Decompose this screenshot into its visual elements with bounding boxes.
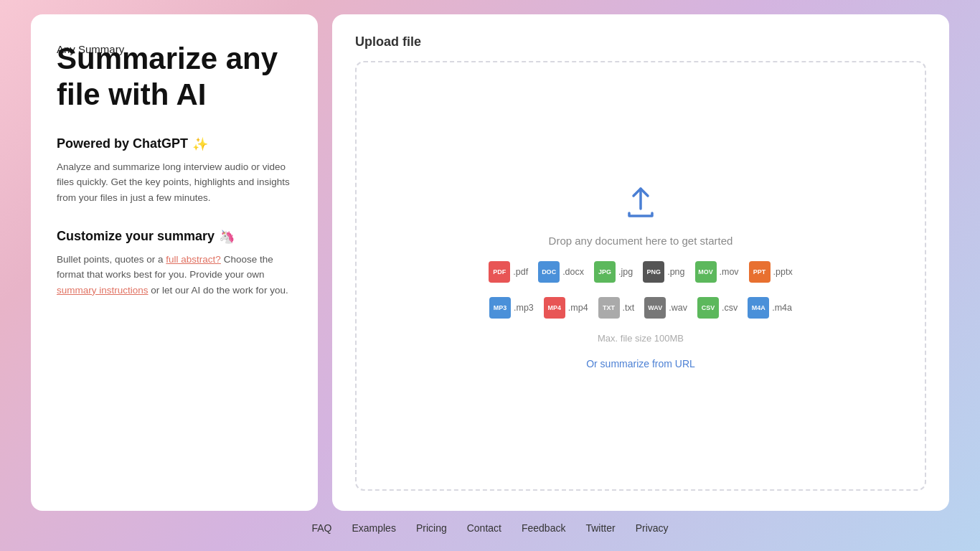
feature-customize-desc: Bullet points, quotes or a full abstract…	[57, 252, 292, 298]
file-type-docx: DOC .docx	[538, 261, 584, 283]
upload-icon	[622, 183, 659, 220]
mp3-icon: MP3	[489, 297, 511, 319]
footer-link-faq[interactable]: FAQ	[311, 522, 331, 534]
m4a-icon: M4A	[748, 297, 769, 319]
csv-icon: CSV	[697, 297, 719, 319]
feature-chatgpt-heading: Powered by ChatGPT ✨	[57, 136, 292, 152]
feature-customize-heading-text: Customize your summary	[57, 229, 215, 244]
feature-chatgpt-heading-text: Powered by ChatGPT	[57, 136, 188, 151]
m4a-ext: .m4a	[772, 303, 792, 313]
pptx-ext: .pptx	[773, 267, 793, 277]
unicorn-icon: 🦄	[219, 229, 235, 245]
file-type-jpg: JPG .jpg	[594, 261, 633, 283]
file-type-m4a: M4A .m4a	[748, 297, 792, 319]
jpg-icon: JPG	[594, 261, 616, 283]
feature-customize: Customize your summary 🦄 Bullet points, …	[57, 229, 292, 298]
url-summarize-link[interactable]: Or summarize from URL	[586, 358, 695, 369]
mp4-icon: MP4	[544, 297, 565, 319]
file-type-png: PNG .png	[643, 261, 684, 283]
drop-text: Drop any document here to get started	[549, 235, 733, 247]
docx-icon: DOC	[538, 261, 560, 283]
pptx-icon: PPT	[749, 261, 771, 283]
file-type-mp3: MP3 .mp3	[489, 297, 534, 319]
main-title: Summarize any file with AI	[57, 41, 292, 113]
max-file-size: Max. file size 100MB	[598, 333, 684, 344]
file-type-txt: TXT .txt	[598, 297, 635, 319]
docx-ext: .docx	[562, 267, 584, 277]
sparkle-icon: ✨	[192, 136, 208, 152]
summary-instructions-link[interactable]: summary instructions	[57, 285, 149, 296]
footer: FAQExamplesPricingContactFeedbackTwitter…	[311, 511, 668, 537]
left-panel: Any Summary Summarize any file with AI P…	[31, 14, 318, 511]
file-type-csv: CSV .csv	[697, 297, 738, 319]
upload-title: Upload file	[355, 34, 926, 50]
full-abstract-link[interactable]: full abstract?	[166, 254, 221, 265]
main-container: Any Summary Summarize any file with AI P…	[31, 14, 949, 511]
file-types-row-1: PDF .pdf DOC .docx JPG .jpg PNG .png MOV	[489, 261, 792, 283]
footer-link-examples[interactable]: Examples	[352, 522, 395, 534]
footer-link-twitter[interactable]: Twitter	[585, 522, 615, 534]
file-type-pdf: PDF .pdf	[489, 261, 528, 283]
footer-link-privacy[interactable]: Privacy	[636, 522, 669, 534]
file-type-mov: MOV .mov	[695, 261, 739, 283]
footer-link-pricing[interactable]: Pricing	[416, 522, 447, 534]
wav-icon: WAV	[644, 297, 666, 319]
footer-link-contact[interactable]: Contact	[467, 522, 501, 534]
footer-link-feedback[interactable]: Feedback	[522, 522, 565, 534]
file-type-pptx: PPT .pptx	[749, 261, 793, 283]
wav-ext: .wav	[669, 303, 687, 313]
mp4-ext: .mp4	[568, 303, 588, 313]
right-panel: Upload file Drop any document here to ge…	[332, 14, 949, 511]
drop-zone[interactable]: Drop any document here to get started PD…	[355, 61, 926, 491]
feature-customize-heading: Customize your summary 🦄	[57, 229, 292, 245]
file-types-row-2: MP3 .mp3 MP4 .mp4 TXT .txt WAV .wav CSV	[489, 297, 792, 319]
file-type-wav: WAV .wav	[644, 297, 687, 319]
txt-ext: .txt	[623, 303, 635, 313]
pdf-icon: PDF	[489, 261, 510, 283]
feature-chatgpt-desc: Analyze and summarize long interview aud…	[57, 159, 292, 206]
txt-icon: TXT	[598, 297, 620, 319]
feature-chatgpt: Powered by ChatGPT ✨ Analyze and summari…	[57, 136, 292, 206]
mp3-ext: .mp3	[514, 303, 534, 313]
pdf-ext: .pdf	[513, 267, 528, 277]
csv-ext: .csv	[722, 303, 738, 313]
png-icon: PNG	[643, 261, 664, 283]
png-ext: .png	[667, 267, 684, 277]
file-type-mp4: MP4 .mp4	[544, 297, 588, 319]
mov-ext: .mov	[720, 267, 739, 277]
mov-icon: MOV	[695, 261, 717, 283]
jpg-ext: .jpg	[618, 267, 633, 277]
